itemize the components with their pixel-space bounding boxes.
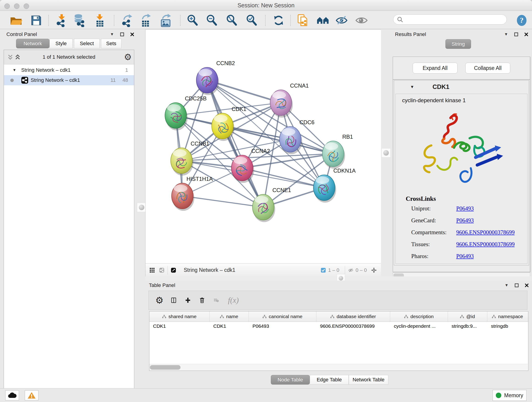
cell-id[interactable]: stringdb:9... bbox=[448, 322, 487, 331]
crosslink-link[interactable]: P06493 bbox=[456, 253, 474, 259]
hidden-eye-icon[interactable] bbox=[348, 268, 353, 273]
column-header[interactable]: namespace bbox=[487, 312, 528, 322]
network-share-icon[interactable] bbox=[159, 268, 164, 273]
cell-description[interactable]: cyclin-dependent ... bbox=[390, 322, 448, 331]
network-canvas[interactable]: CCNB2CCNA1CDC25BCDK1CDC6RB1CCNB1CCNA2CDK… bbox=[146, 30, 381, 263]
column-header[interactable]: description bbox=[390, 312, 448, 322]
panel-menu-icon[interactable]: ▼ bbox=[504, 32, 509, 37]
zoom-selected-button[interactable] bbox=[245, 14, 258, 27]
network-node-RB1[interactable] bbox=[322, 141, 345, 169]
delete-table-icon[interactable] bbox=[214, 298, 219, 303]
close-panel-icon[interactable] bbox=[524, 32, 529, 37]
toolbar-search-field[interactable] bbox=[393, 14, 507, 25]
crosslink-row: Tissues: 9606.ENSP00000378699 bbox=[411, 241, 524, 248]
network-node-CCNA2[interactable] bbox=[231, 155, 254, 183]
birdseye-view-icon[interactable] bbox=[171, 268, 176, 273]
float-panel-icon[interactable] bbox=[514, 283, 519, 288]
import-table-button[interactable] bbox=[94, 14, 106, 27]
network-node-CCNB2[interactable] bbox=[196, 67, 219, 95]
gene-section-header[interactable]: ▼ CDK1 bbox=[394, 80, 529, 93]
open-session-button[interactable] bbox=[10, 14, 22, 27]
tab-node-table[interactable]: Node Table bbox=[271, 375, 310, 385]
column-header[interactable]: name bbox=[210, 312, 249, 322]
tree-expander-icon[interactable]: ▼ bbox=[13, 68, 16, 72]
network-node-CDK1[interactable] bbox=[212, 113, 234, 141]
horizontal-splitter[interactable] bbox=[145, 276, 532, 281]
left-splitter-handle[interactable] bbox=[137, 203, 146, 212]
first-neighbors-button[interactable] bbox=[317, 14, 329, 27]
selected-checkbox-icon[interactable] bbox=[321, 268, 326, 273]
crosslink-link[interactable]: P06493 bbox=[456, 205, 474, 211]
table-options-gear-icon[interactable]: ⚙ bbox=[157, 298, 162, 303]
warnings-button[interactable] bbox=[25, 390, 38, 400]
crosslink-link[interactable]: P06493 bbox=[456, 217, 474, 223]
network-node-CCNA1[interactable] bbox=[270, 90, 293, 118]
panel-menu-icon[interactable]: ▼ bbox=[504, 283, 509, 288]
fit-content-crosshair-icon[interactable] bbox=[371, 268, 376, 273]
right-splitter-handle[interactable] bbox=[381, 148, 391, 157]
network-edge[interactable] bbox=[207, 80, 263, 207]
cloud-button[interactable] bbox=[5, 390, 19, 400]
close-panel-icon[interactable] bbox=[524, 283, 529, 288]
help-button[interactable]: ? bbox=[515, 14, 528, 27]
function-builder-icon[interactable]: f(x) bbox=[228, 296, 239, 305]
network-node-HIST1H1A[interactable] bbox=[172, 183, 194, 211]
grid-view-icon[interactable] bbox=[150, 268, 155, 273]
cell-database-identifier[interactable]: 9606.ENSP00000378699 bbox=[317, 322, 390, 331]
table-row[interactable]: CDK1 CDK1 P06493 9606.ENSP00000378699 cy… bbox=[149, 322, 528, 331]
memory-button[interactable]: Memory bbox=[493, 390, 526, 401]
cell-namespace[interactable]: stringdb bbox=[487, 322, 528, 331]
tab-style[interactable]: Style bbox=[50, 39, 73, 48]
left-splitter[interactable] bbox=[138, 29, 145, 388]
show-all-button[interactable] bbox=[355, 14, 368, 27]
zoom-in-button[interactable] bbox=[186, 14, 199, 27]
zoom-out-button[interactable] bbox=[206, 14, 218, 27]
cell-shared-name[interactable]: CDK1 bbox=[149, 322, 210, 331]
network-node-CCNB1[interactable] bbox=[171, 148, 193, 176]
export-network-button[interactable] bbox=[121, 14, 134, 27]
panel-menu-icon[interactable]: ▼ bbox=[109, 32, 114, 37]
tab-edge-table[interactable]: Edge Table bbox=[310, 375, 349, 385]
crosslink-link[interactable]: 9606.ENSP00000378699 bbox=[456, 229, 515, 235]
float-panel-icon[interactable] bbox=[120, 32, 125, 37]
expand-all-button[interactable]: Expand All bbox=[413, 63, 457, 74]
network-node-CDC25B[interactable] bbox=[165, 103, 188, 130]
tab-sets[interactable]: Sets bbox=[101, 39, 121, 48]
column-header[interactable]: shared name bbox=[149, 312, 210, 322]
cell-name[interactable]: CDK1 bbox=[210, 322, 249, 331]
clone-network-button[interactable] bbox=[297, 14, 310, 27]
add-column-icon[interactable] bbox=[185, 298, 190, 303]
network-node-CCNE1[interactable] bbox=[253, 194, 275, 222]
column-header[interactable]: canonical name bbox=[249, 312, 317, 322]
section-expander-icon[interactable]: ▼ bbox=[410, 85, 414, 89]
tab-string[interactable]: String bbox=[445, 39, 471, 49]
cell-canonical-name[interactable]: P06493 bbox=[249, 322, 317, 331]
export-table-button[interactable] bbox=[139, 14, 152, 27]
tab-network[interactable]: Network bbox=[16, 39, 50, 48]
network-collection-row[interactable]: ▼ String Network – cdk1 1 bbox=[4, 65, 134, 75]
network-node-CDKN1A[interactable] bbox=[313, 175, 336, 203]
column-header[interactable]: @id bbox=[448, 312, 487, 322]
collapse-all-button[interactable]: Collapse All bbox=[465, 63, 510, 74]
import-network-button[interactable] bbox=[56, 14, 68, 27]
hide-selected-button[interactable] bbox=[336, 14, 348, 27]
crosslink-link[interactable]: 9606.ENSP00000378699 bbox=[456, 241, 515, 247]
import-database-button[interactable] bbox=[73, 14, 86, 27]
network-row[interactable]: String Network – cdk1 11 48 bbox=[4, 75, 134, 85]
delete-column-trash-icon[interactable] bbox=[200, 298, 205, 303]
show-columns-icon[interactable] bbox=[171, 298, 176, 303]
zoom-fit-button[interactable] bbox=[225, 14, 238, 27]
column-header[interactable]: database identifier bbox=[317, 312, 390, 322]
network-edge[interactable] bbox=[182, 196, 263, 207]
network-options-gear-icon[interactable]: ⚙ bbox=[125, 55, 130, 60]
apply-layout-button[interactable] bbox=[272, 14, 285, 27]
export-image-button[interactable] bbox=[159, 14, 172, 27]
network-status-dot-icon bbox=[10, 79, 14, 82]
table-horizontal-scrollbar[interactable] bbox=[149, 364, 528, 370]
save-session-button[interactable] bbox=[30, 14, 43, 27]
float-panel-icon[interactable] bbox=[514, 32, 519, 37]
search-input[interactable] bbox=[403, 16, 500, 23]
tab-select[interactable]: Select bbox=[74, 39, 100, 48]
close-panel-icon[interactable] bbox=[130, 32, 135, 37]
tab-network-table[interactable]: Network Table bbox=[349, 375, 388, 385]
